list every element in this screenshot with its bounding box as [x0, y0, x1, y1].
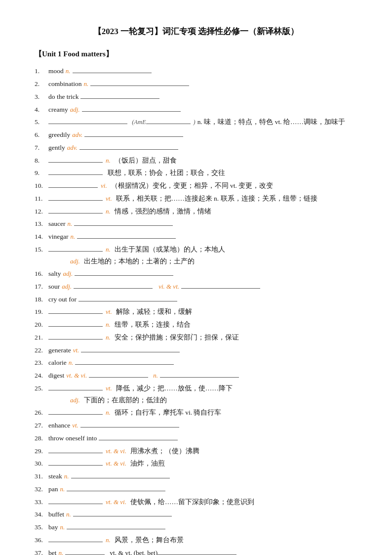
list-item: 31. steak n. — [35, 470, 357, 482]
list-item: 26. n. 循环；自行车，摩托车 vi. 骑自行车 — [35, 407, 357, 419]
list-item: 28. throw oneself into — [35, 432, 357, 444]
list-item: 6. greedily adv. — [35, 129, 357, 141]
list-item: 14. vinegar n. — [35, 231, 357, 243]
list-item: 2. combination n. — [35, 78, 357, 90]
list-item: 36. n. 风景，景色；舞台布景 — [35, 534, 357, 546]
list-item: 4. creamy adj. — [35, 104, 357, 116]
list-item: 22. generate vt. — [35, 344, 357, 356]
list-item: 7. gently adv. — [35, 142, 357, 154]
list-item: 29. vt. & vi. 用沸水煮；（使）沸腾 — [35, 445, 357, 457]
list-item: 24. digest vt. & vi. n. — [35, 370, 357, 382]
list-item: 30. vt. & vi. 油炸，油煎 — [35, 458, 357, 470]
list-item: 37. bet n. vt. & vt. (bet, bet) — [35, 547, 357, 555]
list-item: 17. sour adj. vi. & vt. — [35, 281, 357, 293]
list-item: 3. do the trick — [35, 91, 357, 103]
list-item: 10. vi. （根据情况）变化，变更；相异，不同 vt. 变更，改变 — [35, 180, 357, 192]
list-item: 32. pan n. — [35, 483, 357, 495]
vocabulary-list: 1. mood n. 2. combination n. 3. do the t… — [35, 65, 357, 555]
list-item: 15. n. 出生于某国（或某地）的人；本地人 adj. 出生地的；本地的；土著… — [35, 244, 357, 267]
list-item: 21. n. 安全；保护措施；保安部门；担保，保证 — [35, 332, 357, 343]
page-title: 【2023 一轮复习】词汇专项 选择性必修一（新译林版） — [35, 25, 357, 39]
list-item: 11. vt. 联系，相关联；把……连接起来 n. 联系，连接；关系，纽带；链接 — [35, 193, 357, 205]
list-item: 23. calorie n. — [35, 357, 357, 369]
list-item: 13. saucer n. — [35, 218, 357, 230]
list-item: 27. enhance vt. — [35, 420, 357, 431]
list-item: 18. cry out for — [35, 294, 357, 305]
unit-header: 【Unit 1 Food matters】 — [35, 48, 357, 61]
list-item: 8. n. （饭后）甜点，甜食 — [35, 155, 357, 167]
list-item: 12. n. 情感，强烈的感情，激情，情绪 — [35, 206, 357, 217]
list-item: 33. vt. & vi. 使钦佩，给……留下深刻印象；使意识到 — [35, 496, 357, 508]
list-item: 20. n. 纽带，联系；连接，结合 — [35, 319, 357, 331]
list-item: 1. mood n. — [35, 65, 357, 77]
list-item: 16. salty adj. — [35, 268, 357, 280]
list-item: 25. vt. 降低，减少；把……放低，使……降下 adj. 下面的；在底部的；… — [35, 383, 357, 406]
list-item: 5. (AmE ) n. 味，味道；特点，特色 vt. 给……调味，加味于 — [35, 116, 357, 128]
list-item: 19. vt. 解除，减轻；缓和，缓解 — [35, 306, 357, 318]
list-item: 35. bay n. — [35, 521, 357, 533]
list-item: 34. buffet n. — [35, 509, 357, 520]
list-item: 9. 联想，联系；协会，社团；联合，交往 — [35, 167, 357, 179]
